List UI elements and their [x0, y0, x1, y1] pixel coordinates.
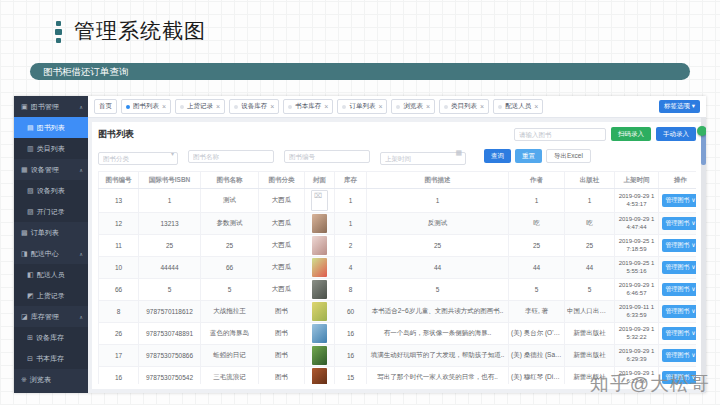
date-picker[interactable] [380, 152, 466, 165]
cover-cell [305, 345, 335, 367]
tab-配送人员[interactable]: 配送人员× [493, 99, 543, 114]
manage-book-button[interactable]: 管理图书 ∨ [662, 305, 696, 318]
table-row: 6655大西瓜85552019-09-29 16:46:57管理图书 ∨ [99, 279, 697, 301]
book-cover-image [312, 280, 327, 299]
isbn-cell: 44444 [139, 257, 201, 279]
book-name-cell: 25 [201, 235, 259, 257]
book-name-cell: 5 [201, 279, 259, 301]
sidebar-item-库存管理[interactable]: ◪库存管理∧ [14, 306, 88, 327]
close-icon[interactable]: × [534, 103, 538, 110]
column-header: 操作 [659, 172, 697, 189]
page-title: 图书列表 [98, 128, 134, 141]
shelf-time-cell: 2019-09-25 15:55:16 [615, 257, 659, 279]
book-name-cell: 蓝色的海豚岛 [201, 323, 259, 345]
sidebar-item-书本库存[interactable]: ⊟书本库存 [14, 348, 88, 369]
book-id-cell: 8 [99, 301, 139, 323]
delivery-staff-icon: ◧ [27, 271, 34, 279]
sidebar-item-开门记录[interactable]: ▨开门记录 [14, 201, 88, 222]
slide: 管理系统截图 图书柜借还订单查询 ▣图书管理∧▤图书列表▥类目列表▦设备管理∧▧… [0, 0, 720, 405]
tab-label: 类目列表 [451, 102, 477, 111]
table-row: 104444466大西瓜44444442019-09-25 15:55:16管理… [99, 257, 697, 279]
stock-cell: 1 [335, 213, 367, 235]
sidebar-item-配送中心[interactable]: ◨配送中心∧ [14, 243, 88, 264]
close-icon[interactable]: × [480, 103, 484, 110]
sidebar-item-label: 设备列表 [37, 186, 65, 196]
close-icon[interactable]: × [426, 103, 430, 110]
action-cell: 管理图书 ∨ [659, 235, 697, 257]
tab-dot-icon [342, 105, 346, 109]
author-cell: (美) 穆红琴 (Disn.. [509, 367, 565, 385]
category-cell: 大西瓜 [259, 189, 305, 213]
reset-button[interactable]: 重置 [515, 149, 542, 163]
close-icon[interactable]: × [378, 103, 382, 110]
tab-图书列表[interactable]: 图书列表× [121, 99, 171, 114]
sidebar-item-配送人员[interactable]: ◧配送人员 [14, 264, 88, 285]
tab-设备库存[interactable]: 设备库存× [229, 99, 279, 114]
query-button[interactable]: 查询 [484, 149, 511, 163]
manage-book-button[interactable]: 管理图书 ∨ [662, 194, 696, 207]
tab-上货记录[interactable]: 上货记录× [175, 99, 225, 114]
book-cover-image [312, 258, 327, 277]
close-icon[interactable]: × [324, 103, 328, 110]
book-name-input[interactable] [188, 150, 274, 163]
manage-book-button[interactable]: 管理图书 ∨ [662, 283, 696, 296]
book-code-input[interactable] [284, 150, 370, 163]
publisher-cell: 中国人口出版社 [565, 301, 615, 323]
manage-book-button[interactable]: 管理图书 ∨ [662, 261, 696, 274]
category-cell: 图书 [259, 345, 305, 367]
sidebar-item-类目列表[interactable]: ▥类目列表 [14, 138, 88, 159]
stock-cell: 16 [335, 323, 367, 345]
tab-书本库存[interactable]: 书本库存× [283, 99, 333, 114]
table-row: 269787530748891蓝色的海豚岛图书16有一个岛屿，形状像一条侧躺的海… [99, 323, 697, 345]
book-list-card: 图书列表 扫码录入 手动录入 ▾ [92, 122, 702, 389]
isbn-cell: 9787530748891 [139, 323, 201, 345]
sidebar-item-label: 配送人员 [37, 270, 65, 280]
manage-book-button[interactable]: 管理图书 ∨ [662, 327, 696, 340]
sidebar-item-设备管理[interactable]: ▦设备管理∧ [14, 159, 88, 180]
cover-cell [305, 367, 335, 385]
publisher-cell: 25 [565, 235, 615, 257]
sidebar-item-上货记录[interactable]: ◩上货记录 [14, 285, 88, 306]
manage-book-button[interactable]: 管理图书 ∨ [662, 239, 696, 252]
sidebar-item-图书列表[interactable]: ▤图书列表 [14, 117, 88, 138]
delivery-center-icon: ◨ [21, 250, 28, 258]
close-icon[interactable]: × [216, 103, 220, 110]
sidebar-item-订单列表[interactable]: ▩订单列表 [14, 222, 88, 243]
tag-options-button[interactable]: 标签选项 ▾ [659, 100, 700, 113]
sidebar-item-设备列表[interactable]: ▧设备列表 [14, 180, 88, 201]
action-cell: 管理图书 ∨ [659, 301, 697, 323]
category-select[interactable] [98, 152, 178, 165]
sidebar-item-设备库存[interactable]: ⊞设备库存 [14, 327, 88, 348]
tab-dot-icon [234, 105, 238, 109]
column-header: 图书编号 [99, 172, 139, 189]
column-header: 图书描述 [367, 172, 509, 189]
book-id-cell: 66 [99, 279, 139, 301]
close-icon[interactable]: × [270, 103, 274, 110]
scrollbar[interactable] [701, 117, 706, 393]
sidebar-item-图书管理[interactable]: ▣图书管理∧ [14, 96, 88, 117]
tab-订单列表[interactable]: 订单列表× [337, 99, 387, 114]
book-id-cell: 12 [99, 213, 139, 235]
close-icon[interactable]: × [162, 103, 166, 110]
sidebar-item-浏览表[interactable]: ※浏览表 [14, 369, 88, 390]
action-cell: 管理图书 ∨ [659, 345, 697, 367]
table-row: 179787530750866蚯蚓的日记图书16填满生动好玩细节的了大发现，帮助… [99, 345, 697, 367]
banner-title: 图书柜借还订单查询 [30, 63, 690, 80]
tab-类目列表[interactable]: 类目列表× [439, 99, 489, 114]
manual-entry-button[interactable]: 手动录入 [656, 127, 696, 141]
device-manage-icon: ▦ [21, 166, 28, 174]
export-excel-button[interactable]: 导出Excel [546, 149, 591, 163]
shelf-time-cell: 2019-09-29 16:46:57 [615, 279, 659, 301]
column-header: 国际书号ISBN [139, 172, 201, 189]
tab-home[interactable]: 首页 [94, 99, 117, 114]
manage-book-button[interactable]: 管理图书 ∨ [662, 217, 696, 230]
shelf-time-cell: 2019-09-29 15:32:22 [615, 323, 659, 345]
book-search-input[interactable] [514, 128, 606, 141]
book-id-cell: 10 [99, 257, 139, 279]
manage-book-button[interactable]: 管理图书 ∨ [662, 349, 696, 362]
sidebar-item-label: 图书列表 [37, 123, 65, 133]
scan-entry-button[interactable]: 扫码录入 [611, 127, 651, 141]
tab-浏览表[interactable]: 浏览表× [391, 99, 435, 114]
tab-label: 浏览表 [403, 102, 423, 111]
scrollbar-thumb[interactable] [701, 131, 706, 165]
